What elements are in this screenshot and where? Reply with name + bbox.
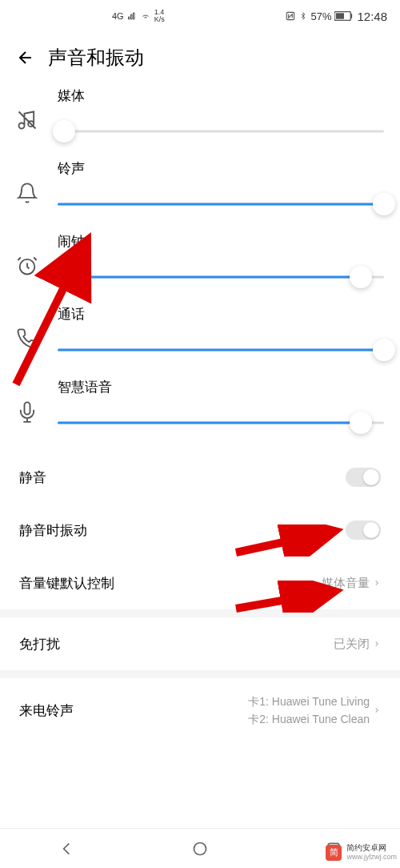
svg-point-11 xyxy=(194,842,206,854)
alarm-label: 闹钟 xyxy=(58,232,384,251)
volume-key-value: 媒体音量 xyxy=(322,576,370,591)
voice-assistant-slider-row: 智慧语音 xyxy=(16,378,384,435)
status-left: 4G 1.4 K/s xyxy=(13,9,165,23)
speed-indicator: 1.4 K/s xyxy=(154,9,165,23)
media-label: 媒体 xyxy=(58,86,384,105)
page-header: 声音和振动 xyxy=(0,32,400,86)
silent-label: 静音 xyxy=(19,468,46,487)
incoming-ringtone-label: 来电铃声 xyxy=(19,701,74,720)
alarm-slider[interactable] xyxy=(58,265,384,289)
vibrate-on-silent-row[interactable]: 静音时振动 xyxy=(0,504,400,557)
sliders-section: 媒体 铃声 闹钟 xyxy=(0,86,400,435)
media-muted-icon xyxy=(16,109,38,131)
clock: 12:48 xyxy=(357,10,387,23)
wifi-icon xyxy=(140,11,151,21)
battery-icon xyxy=(334,11,354,21)
ringtone-slider[interactable] xyxy=(58,192,384,216)
alarm-slider-row: 闹钟 xyxy=(16,232,384,289)
voice-assistant-slider[interactable] xyxy=(58,411,384,435)
status-bar: 4G 1.4 K/s 57% 12:48 xyxy=(0,0,400,32)
call-slider-row: 通话 xyxy=(16,305,384,362)
microphone-icon xyxy=(16,400,38,423)
watermark-main: 简约安卓网 xyxy=(346,843,397,853)
call-label: 通话 xyxy=(58,305,384,323)
signal-icon xyxy=(127,11,137,21)
media-slider-row: 媒体 xyxy=(16,86,384,143)
nav-home-icon[interactable] xyxy=(192,841,208,857)
svg-rect-2 xyxy=(351,14,353,18)
battery-percent: 57% xyxy=(310,10,331,22)
svg-rect-3 xyxy=(336,13,344,18)
back-icon[interactable] xyxy=(16,48,35,67)
media-slider[interactable] xyxy=(58,119,384,143)
silent-toggle-row[interactable]: 静音 xyxy=(0,451,400,504)
nav-back-icon[interactable] xyxy=(58,841,74,857)
call-slider[interactable] xyxy=(58,338,384,362)
chevron-right-icon xyxy=(373,579,381,587)
volume-key-label: 音量键默认控制 xyxy=(19,574,114,593)
network-type: 4G xyxy=(112,12,124,21)
dnd-row[interactable]: 免打扰 已关闭 xyxy=(0,617,400,670)
section-divider xyxy=(0,670,400,678)
vibrate-on-silent-toggle[interactable] xyxy=(346,520,381,540)
volume-key-row[interactable]: 音量键默认控制 媒体音量 xyxy=(0,557,400,609)
watermark: 简 简约安卓网 www.jylzwj.com xyxy=(326,843,397,862)
vibrate-on-silent-label: 静音时振动 xyxy=(19,521,87,540)
chevron-right-icon xyxy=(373,640,381,648)
alarm-icon xyxy=(16,255,38,277)
dnd-label: 免打扰 xyxy=(19,635,60,653)
nfc-icon xyxy=(285,10,296,22)
page-title: 声音和振动 xyxy=(48,45,144,70)
ringtone-sim1: 卡1: Huawei Tune Living xyxy=(248,693,370,710)
settings-section: 静音 静音时振动 音量键默认控制 媒体音量 免打扰 已关闭 来电铃声 卡1: H… xyxy=(0,451,400,743)
silent-toggle[interactable] xyxy=(346,468,381,487)
bluetooth-icon xyxy=(299,10,307,22)
bell-icon xyxy=(16,182,38,204)
incoming-ringtone-row[interactable]: 来电铃声 卡1: Huawei Tune Living 卡2: Huawei T… xyxy=(0,678,400,743)
status-right: 57% 12:48 xyxy=(285,10,387,23)
ringtone-label: 铃声 xyxy=(58,159,384,178)
watermark-icon: 简 xyxy=(326,845,342,861)
ringtone-sim2: 卡2: Huawei Tune Clean xyxy=(248,710,370,728)
section-divider xyxy=(0,609,400,617)
dnd-value: 已关闭 xyxy=(334,637,370,652)
voice-assistant-label: 智慧语音 xyxy=(58,378,384,396)
ringtone-slider-row: 铃声 xyxy=(16,159,384,216)
watermark-sub: www.jylzwj.com xyxy=(346,853,397,862)
chevron-right-icon xyxy=(373,706,381,714)
phone-icon xyxy=(16,328,38,350)
